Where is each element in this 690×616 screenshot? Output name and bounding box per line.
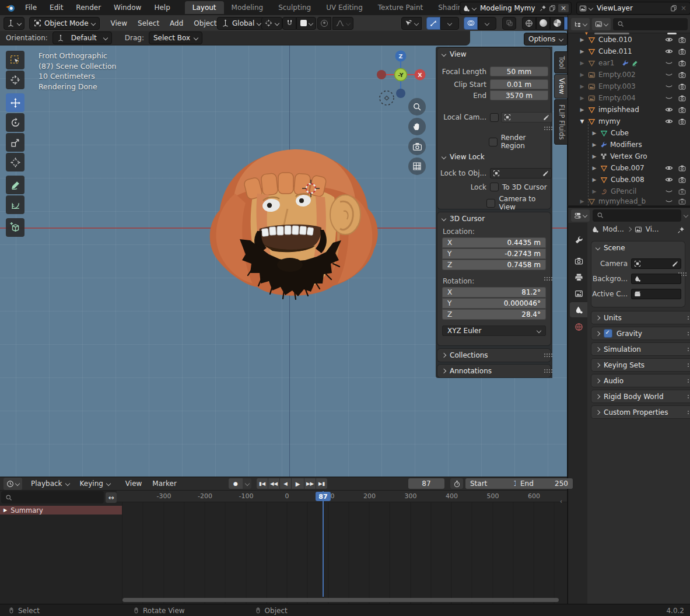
current-frame-badge[interactable]: 87 — [316, 492, 331, 501]
axis-neg-z-ball[interactable] — [396, 89, 405, 98]
expand-icon[interactable]: ▶ — [3, 508, 7, 513]
cursor-loc-z-field[interactable]: Z0.7458 m — [442, 260, 546, 270]
outliner-row[interactable]: ▶Cube — [568, 127, 690, 139]
tab-scene[interactable] — [570, 302, 587, 317]
menu-view[interactable]: View — [106, 19, 132, 27]
auto-keying-button[interactable]: ● — [229, 478, 243, 489]
tool-rotate[interactable] — [6, 113, 24, 132]
breadcrumb-layer[interactable]: Vi... — [646, 225, 659, 233]
viewlayer-name[interactable]: ViewLayer — [595, 4, 668, 12]
tool-add-cube[interactable] — [6, 218, 24, 237]
auto-keying-dropdown[interactable] — [243, 478, 251, 489]
camera-visibility-icon[interactable] — [678, 118, 686, 125]
grip-icon[interactable] — [544, 277, 545, 278]
panel-keying-sets[interactable]: Keying Sets — [591, 359, 690, 371]
grip-icon[interactable] — [688, 379, 689, 380]
filter-button[interactable] — [592, 18, 611, 30]
eyedropper-icon[interactable] — [542, 170, 549, 177]
sidebar-tab-flip-fluids[interactable]: FLIP Fluids — [554, 99, 568, 145]
axis-neg-x-ball[interactable] — [377, 70, 386, 79]
cursor-rot-y-field[interactable]: Y0.000046° — [442, 298, 546, 309]
pin-icon[interactable] — [677, 226, 685, 234]
cursor-panel-header[interactable]: 3D Cursor — [437, 212, 551, 225]
grip-icon[interactable] — [688, 395, 689, 396]
orientation-dropdown[interactable]: Default — [52, 32, 112, 44]
new-viewlayer-icon[interactable] — [670, 5, 677, 12]
pin-icon[interactable] — [540, 5, 547, 12]
tab-texture-paint[interactable]: Texture Paint — [370, 1, 430, 14]
outliner-row[interactable]: ▶Cube.011 — [568, 46, 690, 57]
menu-timeline-view[interactable]: View — [120, 480, 147, 488]
tab-layout[interactable]: Layout — [185, 1, 224, 14]
camera-visibility-icon[interactable] — [678, 94, 686, 102]
gizmo-dropdown[interactable] — [440, 17, 459, 30]
grip-icon[interactable] — [544, 127, 545, 128]
properties-search-input[interactable] — [593, 209, 681, 222]
outliner-search-input[interactable] — [613, 18, 688, 30]
grip-icon[interactable] — [688, 348, 689, 349]
options-dropdown[interactable]: Options — [524, 33, 568, 46]
camera-visibility-icon[interactable] — [678, 83, 686, 90]
tool-measure[interactable] — [6, 195, 24, 214]
eye-icon[interactable] — [665, 36, 673, 44]
expand-channels-button[interactable]: ↔ — [106, 492, 117, 503]
outliner-row[interactable]: ▶Empty.004 — [568, 92, 690, 104]
local-camera-field[interactable] — [501, 112, 552, 123]
next-keyframe-button[interactable]: ▶▶ — [304, 478, 316, 489]
eye-icon[interactable] — [665, 47, 673, 55]
grip-icon[interactable] — [544, 369, 545, 370]
sidebar-tab-tool[interactable]: Tool — [554, 51, 568, 74]
tab-output[interactable] — [570, 270, 587, 285]
outliner-row[interactable]: ▶ear1 — [568, 57, 690, 69]
panel-custom-properties[interactable]: Custom Properties — [591, 406, 690, 418]
camera-view-button[interactable] — [408, 138, 426, 155]
outliner-row[interactable]: ▶GPencil — [568, 186, 690, 197]
camera-field[interactable] — [631, 258, 681, 269]
panel-simulation[interactable]: Simulation — [591, 343, 690, 355]
jump-to-end-button[interactable]: ▶▮ — [316, 478, 327, 489]
playhead-line[interactable] — [323, 491, 324, 597]
pivot-point-button[interactable] — [261, 17, 282, 30]
cursor-loc-x-field[interactable]: X0.4435 m — [442, 237, 546, 248]
drag-dropdown[interactable]: Select Box — [149, 32, 202, 44]
tab-render[interactable] — [570, 253, 587, 268]
grip-icon[interactable] — [688, 411, 689, 412]
menu-edit[interactable]: Edit — [43, 4, 69, 12]
eye-closed-icon[interactable] — [665, 187, 673, 195]
focal-length-field[interactable]: 50 mm — [490, 66, 548, 76]
display-mode-button[interactable] — [571, 18, 590, 30]
tool-move[interactable] — [6, 93, 24, 112]
clip-start-field[interactable]: 0.01 m — [490, 79, 548, 89]
outliner-row[interactable]: ▶Vertex Gro — [568, 150, 690, 162]
shading-material-button[interactable] — [550, 17, 564, 30]
shading-solid-button[interactable] — [536, 17, 550, 30]
cursor-rot-z-field[interactable]: Z28.4° — [442, 309, 546, 320]
outliner-row[interactable]: ▶Cube.010 — [568, 34, 690, 46]
camera-visibility-icon[interactable] — [678, 164, 686, 172]
frame-start-field[interactable]: Start1 — [465, 478, 523, 489]
outliner-row[interactable]: ▶Empty.002 — [568, 69, 690, 80]
eye-icon[interactable] — [665, 176, 673, 184]
view-lock-subheader[interactable]: View Lock — [437, 150, 560, 163]
proportional-falloff-button[interactable] — [332, 17, 353, 30]
grip-icon[interactable] — [688, 332, 689, 333]
local-camera-checkbox[interactable] — [490, 113, 499, 122]
panel-rigid-body-world[interactable]: Rigid Body World — [591, 390, 690, 402]
transform-orientation[interactable]: Global — [217, 17, 265, 30]
character-model[interactable] — [201, 137, 388, 318]
mode-selector[interactable]: Object Mode — [29, 17, 100, 30]
tool-transform[interactable] — [6, 153, 24, 172]
camera-disabled-icon[interactable] — [678, 198, 686, 205]
close-scene-icon[interactable]: × — [558, 4, 569, 12]
panel-units[interactable]: Units — [591, 312, 690, 324]
outliner-row[interactable]: ▶Cube.007 — [568, 162, 690, 174]
menu-file[interactable]: File — [19, 4, 43, 12]
properties-options-icon[interactable] — [684, 213, 688, 218]
use-preview-range-button[interactable] — [450, 478, 463, 489]
summary-channel[interactable]: ▶ Summary — [0, 506, 122, 514]
menu-select[interactable]: Select — [132, 19, 164, 27]
eye-icon[interactable] — [665, 117, 673, 125]
snap-toggle-button[interactable] — [282, 17, 296, 30]
viewlayer-selector[interactable]: ViewLayer × — [576, 2, 690, 15]
outliner-row[interactable]: ▶Empty.003 — [568, 80, 690, 92]
